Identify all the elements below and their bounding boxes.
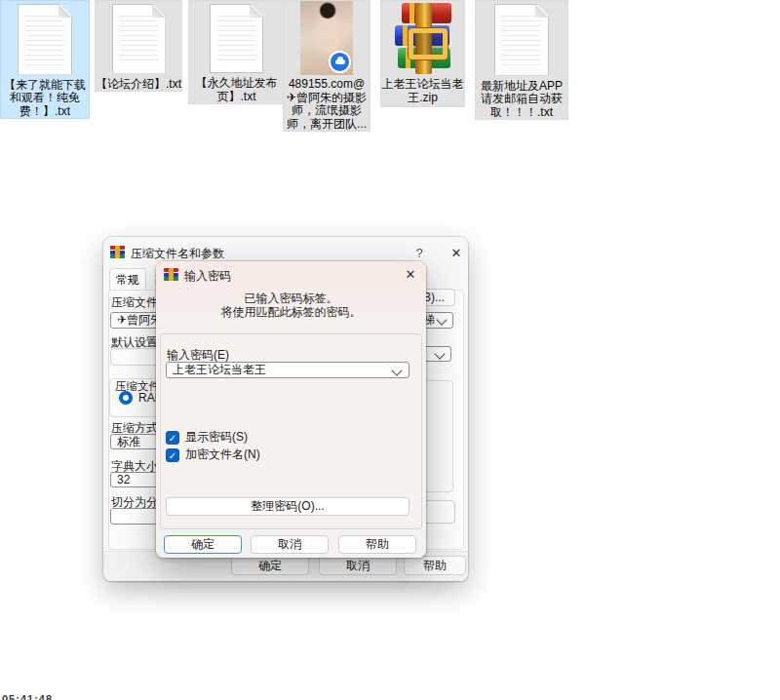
show-password-label: 显示密码(S) [185, 429, 248, 446]
winrar-icon [164, 268, 178, 281]
icon-label-line: 费！】.txt [4, 105, 86, 119]
icon-label-line: 最新地址及APP [481, 80, 563, 94]
help-button[interactable]: 帮助 [404, 556, 466, 575]
encrypt-names-label: 加密文件名(N) [185, 447, 260, 463]
winrar-icon [110, 246, 125, 258]
organize-passwords-button[interactable]: 整理密码(O)... [166, 497, 410, 516]
rar-buckle-icon [409, 28, 448, 59]
icon-label-line: 页】.txt [196, 91, 278, 104]
icon-label-line: 师，流氓摄影 [287, 104, 367, 118]
chevron-down-icon [436, 314, 447, 325]
file-icon-txt-4[interactable]: 最新地址及APP 请发邮箱自动获 取！！！.txt [475, 0, 568, 120]
doc-lines [502, 16, 541, 66]
cancel-button[interactable]: 取消 [319, 556, 397, 575]
password-dialog-title: 输入密码 [184, 268, 231, 285]
help-button[interactable]: 帮助 [338, 535, 416, 554]
archive-dialog-title: 压缩文件名和参数 [131, 246, 224, 262]
dict-value: 32 [117, 473, 130, 486]
method-value: 标准 [117, 434, 140, 449]
close-icon[interactable]: ✕ [445, 241, 468, 264]
tab-general-label: 常规 [116, 272, 139, 289]
checkbox-checked-icon: ✓ [166, 448, 179, 462]
file-icon-zip[interactable]: 上老王论坛当老 王.zip [380, 0, 465, 107]
icon-label: 【来了就能下载 和观看！纯免 费！】.txt [4, 79, 86, 119]
icon-label-line: 师，离开团队... [287, 118, 367, 132]
icon-label-line: 489155.com@ [287, 78, 367, 92]
doc-fold-corner-icon [535, 5, 548, 18]
text-file-icon [210, 4, 263, 73]
cloud-badge-icon [329, 51, 351, 73]
text-file-icon [18, 4, 72, 75]
icon-label: 【论坛介绍】.txt [96, 78, 181, 92]
password-value: 上老王论坛当老王 [173, 362, 266, 378]
encrypt-names-checkbox[interactable]: ✓ 加密文件名(N) [166, 447, 260, 463]
ok-button[interactable]: 确定 [164, 535, 242, 554]
password-combobox[interactable]: 上老王论坛当老王 [166, 362, 410, 378]
image-thumbnail [300, 1, 353, 75]
show-password-checkbox[interactable]: ✓ 显示密码(S) [166, 429, 248, 446]
text-file-icon [494, 4, 549, 76]
icon-label-line: 【永久地址发布 [196, 77, 278, 91]
password-message-line2: 将使用匹配此标签的密码。 [156, 304, 426, 321]
icon-label: 最新地址及APP 请发邮箱自动获 取！！！.txt [481, 80, 563, 120]
icon-label-line: 请发邮箱自动获 [481, 93, 563, 106]
doc-fold-corner-icon [152, 5, 165, 18]
password-dialog: 输入密码 ✕ 已输入密码标签。 将使用匹配此标签的密码。 输入密码(E) 上老王… [156, 261, 426, 558]
icon-label-line: 【论坛介绍】.txt [96, 78, 181, 92]
icon-label-line: 取！！！.txt [481, 106, 563, 120]
icon-label: 【永久地址发布 页】.txt [196, 77, 278, 103]
icon-label-line: ✈曾阿朱的摄影 [287, 92, 367, 105]
ok-button[interactable]: 确定 [231, 556, 309, 575]
password-dialog-titlebar[interactable]: 输入密码 ✕ [156, 261, 426, 287]
clipped-text-fragment: 05:41:48 [2, 693, 53, 700]
doc-fold-corner-icon [58, 5, 71, 18]
chevron-down-icon [391, 365, 402, 375]
icon-label-line: 和观看！纯免 [4, 92, 86, 105]
icon-label-line: 【来了就能下载 [4, 79, 86, 93]
radio-selected-icon [119, 391, 133, 405]
desktop: { "desktop": { "icons": [ {"lines": ["【来… [0, 0, 780, 700]
chevron-down-icon [434, 348, 445, 359]
icon-label: 489155.com@ ✈曾阿朱的摄影 师，流氓摄影 师，离开团队... [287, 78, 367, 131]
tab-general[interactable]: 常规 [109, 268, 146, 291]
file-icon-txt-1[interactable]: 【来了就能下载 和观看！纯免 费！】.txt [0, 0, 90, 119]
checkbox-checked-icon: ✓ [166, 431, 179, 445]
text-file-icon [112, 4, 166, 74]
cloud-icon [335, 59, 345, 64]
icon-label-line: 上老王论坛当老 [382, 78, 464, 92]
doc-fold-corner-icon [250, 5, 262, 18]
file-icon-txt-2[interactable]: 【论坛介绍】.txt [95, 0, 182, 92]
close-icon[interactable]: ✕ [399, 263, 422, 285]
doc-lines [25, 16, 64, 65]
cancel-button[interactable]: 取消 [251, 535, 329, 554]
icon-label-line: 王.zip [382, 92, 464, 105]
file-icon-image[interactable]: 489155.com@ ✈曾阿朱的摄影 师，流氓摄影 师，离开团队... [283, 0, 370, 132]
icon-label: 上老王论坛当老 王.zip [382, 78, 464, 104]
doc-lines [120, 16, 158, 64]
doc-lines [217, 16, 255, 63]
file-icon-txt-3[interactable]: 【永久地址发布 页】.txt [188, 0, 285, 104]
winrar-archive-icon [395, 3, 451, 74]
